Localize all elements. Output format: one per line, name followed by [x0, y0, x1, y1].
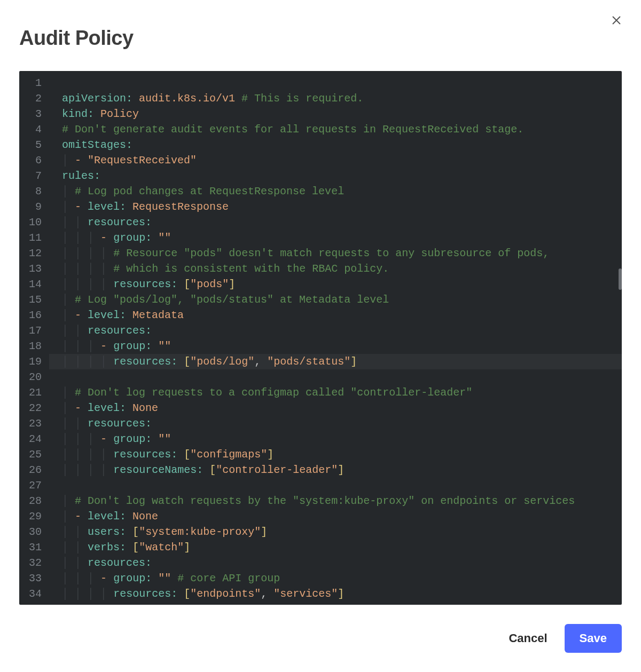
gutter-line-number: 31 — [29, 540, 42, 555]
gutter-line-number: 4 — [29, 122, 42, 137]
gutter-line-number: 20 — [29, 369, 42, 385]
code-line[interactable]: # Don't generate audit events for all re… — [49, 122, 622, 137]
close-button[interactable] — [607, 11, 626, 30]
code-line[interactable]: │ │ resources: — [49, 323, 622, 338]
code-line[interactable]: │ # Log "pods/log", "pods/status" at Met… — [49, 292, 622, 307]
code-line[interactable]: │ │ resources: — [49, 215, 622, 230]
gutter-line-number: 5 — [29, 137, 42, 153]
code-line[interactable]: │ │ │ │ resources: ["pods/log", "pods/st… — [49, 354, 622, 369]
editor-code-area[interactable]: apiVersion: audit.k8s.io/v1 # This is re… — [49, 71, 622, 605]
code-line[interactable]: rules: — [49, 168, 622, 184]
code-line[interactable]: │ │ │ │ resources: ["pods"] — [49, 276, 622, 292]
code-line[interactable]: │ - "RequestReceived" — [49, 153, 622, 168]
code-line[interactable]: kind: Policy — [49, 106, 622, 122]
gutter-line-number: 29 — [29, 509, 42, 524]
gutter-line-number: 9 — [29, 199, 42, 215]
gutter-line-number: 11 — [29, 230, 42, 246]
editor-gutter: 1234567891011121314151617181920212223242… — [19, 71, 49, 605]
audit-policy-modal: Audit Policy 123456789101112131415161718… — [0, 0, 641, 672]
gutter-line-number: 6 — [29, 153, 42, 168]
code-line[interactable]: │ │ resources: — [49, 416, 622, 431]
gutter-line-number: 26 — [29, 462, 42, 478]
save-button[interactable]: Save — [565, 624, 622, 653]
modal-footer: Cancel Save — [504, 624, 622, 653]
gutter-line-number: 7 — [29, 168, 42, 184]
code-line[interactable]: │ │ │ │ resourceNames: ["controller-lead… — [49, 462, 622, 478]
gutter-line-number: 27 — [29, 478, 42, 493]
gutter-line-number: 25 — [29, 447, 42, 462]
code-line[interactable]: │ │ │ - group: "" — [49, 230, 622, 246]
code-line[interactable]: │ # Don't log watch requests by the "sys… — [49, 493, 622, 509]
code-line[interactable]: │ │ users: ["system:kube-proxy"] — [49, 524, 622, 540]
code-line[interactable]: apiVersion: audit.k8s.io/v1 # This is re… — [49, 91, 622, 106]
close-icon — [611, 14, 622, 26]
gutter-line-number: 12 — [29, 246, 42, 261]
code-line[interactable] — [49, 75, 622, 91]
gutter-line-number: 1 — [29, 75, 42, 91]
gutter-line-number: 21 — [29, 385, 42, 400]
gutter-line-number: 2 — [29, 91, 42, 106]
gutter-line-number: 33 — [29, 571, 42, 586]
gutter-line-number: 3 — [29, 106, 42, 122]
editor-scrollbar-marker — [619, 268, 622, 290]
gutter-line-number: 14 — [29, 276, 42, 292]
gutter-line-number: 13 — [29, 261, 42, 276]
modal-title: Audit Policy — [19, 27, 622, 50]
code-line[interactable]: │ - level: Metadata — [49, 307, 622, 323]
code-line[interactable]: │ │ │ - group: "" # core API group — [49, 571, 622, 586]
gutter-line-number: 32 — [29, 555, 42, 571]
gutter-line-number: 19 — [29, 354, 42, 369]
code-line[interactable]: │ │ │ │ # Resource "pods" doesn't match … — [49, 246, 622, 261]
gutter-line-number: 28 — [29, 493, 42, 509]
code-line[interactable]: │ │ │ - group: "" — [49, 338, 622, 354]
gutter-line-number: 23 — [29, 416, 42, 431]
gutter-line-number: 15 — [29, 292, 42, 307]
cancel-button[interactable]: Cancel — [504, 624, 551, 653]
code-line[interactable]: omitStages: — [49, 137, 622, 153]
code-line[interactable] — [49, 602, 622, 605]
code-line[interactable]: │ │ │ │ resources: ["endpoints", "servic… — [49, 586, 622, 602]
code-line[interactable]: │ │ verbs: ["watch"] — [49, 540, 622, 555]
code-line[interactable]: │ - level: None — [49, 400, 622, 416]
code-line[interactable]: │ │ │ │ # which is consistent with the R… — [49, 261, 622, 276]
gutter-line-number: 22 — [29, 400, 42, 416]
gutter-line-number: 18 — [29, 338, 42, 354]
code-line[interactable] — [49, 369, 622, 385]
gutter-line-number: 30 — [29, 524, 42, 540]
gutter-line-number: 10 — [29, 215, 42, 230]
code-line[interactable]: │ │ resources: — [49, 555, 622, 571]
code-line[interactable]: │ # Don't log requests to a configmap ca… — [49, 385, 622, 400]
gutter-line-number: 34 — [29, 586, 42, 602]
code-line[interactable] — [49, 478, 622, 493]
code-line[interactable]: │ # Log pod changes at RequestResponse l… — [49, 184, 622, 199]
code-line[interactable]: │ - level: None — [49, 509, 622, 524]
code-line[interactable]: │ │ │ - group: "" — [49, 431, 622, 447]
code-line[interactable]: │ - level: RequestResponse — [49, 199, 622, 215]
gutter-line-number: 8 — [29, 184, 42, 199]
gutter-line-number: 16 — [29, 307, 42, 323]
gutter-line-number: 35 — [29, 602, 42, 605]
code-editor[interactable]: 1234567891011121314151617181920212223242… — [19, 71, 622, 605]
code-line[interactable]: │ │ │ │ resources: ["configmaps"] — [49, 447, 622, 462]
gutter-line-number: 17 — [29, 323, 42, 338]
gutter-line-number: 24 — [29, 431, 42, 447]
